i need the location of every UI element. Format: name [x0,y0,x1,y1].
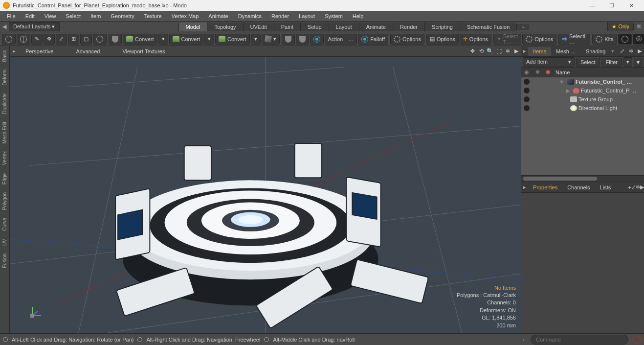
menu-item[interactable]: Item [86,12,106,21]
menu-select[interactable]: Select [61,12,86,21]
visibility-icon[interactable] [524,96,530,102]
selecti-button[interactable]: Selecti … [558,34,590,45]
layout-preset-dropdown[interactable]: Default Layouts ▾ [9,22,60,31]
item-row[interactable]: Directional Light [521,104,644,113]
vp-settings-icon[interactable]: ✲ [503,48,512,54]
left-tab-mesh-edit[interactable]: Mesh Edit [1,118,8,147]
record-icon[interactable] [632,335,641,344]
menu-geometry[interactable]: Geometry [106,12,139,21]
layout-tab-scripting[interactable]: Scripting [424,23,460,31]
command-history-icon[interactable]: › [521,337,527,343]
select-t-button[interactable]: ✦Select T… [493,34,522,45]
tool-ring[interactable] [93,34,107,45]
convert3-button[interactable]: Convert [215,34,250,45]
minimize-button[interactable]: — [582,0,602,11]
tool-sym2[interactable] [296,34,309,45]
menu-render[interactable]: Render [266,12,294,21]
visibility-icon[interactable] [524,88,530,93]
items-menu-icon[interactable]: ▸ [521,48,528,54]
disclosure-icon[interactable]: ▼ [559,79,564,85]
command-input[interactable] [531,335,628,345]
viewport-tab-viewport-textures[interactable]: Viewport Textures [115,47,172,56]
menu-edit[interactable]: Edit [21,12,40,21]
tab-items[interactable]: Items [528,47,551,56]
tool-cube[interactable]: ▾ [262,34,280,45]
convert1-button[interactable]: Convert [123,34,157,45]
menu-dynamics[interactable]: Dynamics [233,12,266,21]
viewport-menu-icon[interactable]: ▸ [10,48,19,54]
tool-scale[interactable]: ⤢ [56,34,67,45]
menu-layout[interactable]: Layout [294,12,320,21]
panel-next-icon[interactable]: ▶ [635,48,644,54]
menu-help[interactable]: Help [348,12,369,21]
convert3-menu[interactable]: ▾ [251,34,261,45]
layout-tab-uvedit[interactable]: UVEdit [243,23,274,31]
vp-expand-icon[interactable]: ▶ [512,48,521,54]
menu-system[interactable]: System [320,12,348,21]
falloff-button[interactable]: Falloff [358,34,388,45]
engine2-icon[interactable]: Ⓤ [633,34,644,45]
tool-shield[interactable] [109,34,122,45]
vp-zoom-icon[interactable]: 🔍 [486,48,494,54]
vp-move-icon[interactable]: ✥ [468,48,477,54]
convert2-button[interactable]: Convert [169,34,204,45]
options2-button[interactable]: ▤Options [426,34,459,45]
vp-rotate-icon[interactable]: ⟲ [477,48,486,54]
tool-edit[interactable]: ✎ [31,34,43,45]
layout-only-button[interactable]: Only [607,22,633,31]
left-tab-edge[interactable]: Edge [1,169,8,188]
tab-lists[interactable]: Lists [595,183,616,192]
props-menu-icon[interactable]: ▸ [521,184,528,190]
viewport-tab-advanced[interactable]: Advanced [69,47,107,56]
layout-tab-paint[interactable]: Paint [274,23,300,31]
layout-tab-animate[interactable]: Animate [359,23,393,31]
vp-fit-icon[interactable]: ⛶ [494,48,503,54]
panel-expand-icon[interactable]: ⤢ [618,48,626,54]
menu-view[interactable]: View [40,12,61,21]
action-button[interactable]: Action … [325,34,357,45]
menu-animate[interactable]: Animate [203,12,233,21]
select-button[interactable]: Select [576,58,600,67]
visibility-icon[interactable] [524,79,530,85]
engine1-icon[interactable] [618,34,632,45]
menu-texture[interactable]: Texture [139,12,167,21]
layout-settings-icon[interactable]: ✲ [633,23,644,30]
menu-file[interactable]: File [2,12,21,21]
close-button[interactable]: ✕ [622,0,641,11]
tool-move[interactable]: ✥ [44,34,55,45]
viewport-tab-perspective[interactable]: Perspective [19,47,60,56]
tool-center[interactable] [310,34,324,45]
filter-menu-button[interactable]: ▾ [623,57,632,67]
tool-globe[interactable] [17,34,30,45]
tool-circle[interactable] [2,34,16,45]
panel-settings-icon[interactable]: ✲ [626,48,635,54]
menu-vertex-map[interactable]: Vertex Map [167,12,204,21]
item-row[interactable]: Texture Group [521,95,644,104]
layout-tab-layout[interactable]: Layout [329,23,359,31]
left-tab-polygon[interactable]: Polygon [1,188,8,214]
left-tab-curve[interactable]: Curve [1,214,8,235]
maximize-button[interactable]: ☐ [602,0,622,11]
col-render-icon[interactable]: ⬣ [543,69,554,75]
props-next-icon[interactable]: ▶ [640,184,644,190]
layout-prev-button[interactable]: ◀ [0,23,9,30]
viewport-3d[interactable]: No Items Polygons : Catmull-Clark Channe… [10,57,521,333]
tool-sym1[interactable] [282,34,295,45]
tab-mesh[interactable]: Mesh … [551,47,581,56]
convert2-menu[interactable]: ▾ [204,34,214,45]
layout-tab-render[interactable]: Render [393,23,424,31]
tool-grid[interactable]: ⊞ [68,34,79,45]
item-row[interactable]: ▼Futuristic_Control_ … [521,77,644,86]
layout-tab-schematic-fusion[interactable]: Schematic Fusion [460,23,516,31]
left-tab-uv[interactable]: UV [1,235,8,250]
tab-channels[interactable]: Channels [562,183,595,192]
col-lock-icon[interactable]: ✥ [532,69,543,75]
left-tab-fusion[interactable]: Fusion [1,250,8,272]
visibility-icon[interactable] [524,105,530,111]
col-visible-icon[interactable]: ◉ [521,69,532,75]
layout-tab-setup[interactable]: Setup [300,23,329,31]
kits-button[interactable]: Kits [592,34,617,45]
options1-button[interactable]: Options [390,34,424,45]
layout-tab-topology[interactable]: Topology [207,23,243,31]
props-expand-icon[interactable]: ⤢ [631,184,636,190]
